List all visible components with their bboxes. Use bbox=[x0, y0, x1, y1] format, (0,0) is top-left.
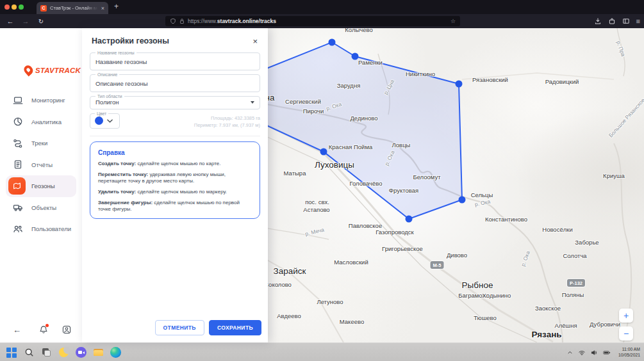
volume-icon[interactable] bbox=[590, 349, 598, 357]
help-item: Завершение фигуры: сделайте щелчок мышью… bbox=[98, 200, 252, 213]
sidebar-item-geozones[interactable]: Геозоны bbox=[6, 175, 76, 197]
profile-icon[interactable] bbox=[62, 325, 72, 335]
sidebar-item-reports[interactable]: Отчёты bbox=[0, 154, 82, 176]
perimeter-value: Периметр: 7.937 км, (7.937 м) bbox=[194, 122, 260, 129]
windows-taskbar: 11:00 AM 10/05/2021 bbox=[0, 342, 644, 361]
url-bar[interactable]: https://www.stavtrack.online/tracks ☆ bbox=[165, 16, 460, 26]
map-place-label: на bbox=[268, 93, 274, 102]
geozone-name-input[interactable] bbox=[90, 58, 260, 65]
geofence-layer bbox=[268, 28, 644, 342]
geozone-name-field[interactable]: Название геозоны bbox=[90, 51, 260, 70]
map-place-label: Макеево bbox=[340, 318, 364, 325]
geofence-vertex-marker[interactable] bbox=[406, 216, 413, 223]
map-place-label: Пирочи bbox=[303, 108, 324, 115]
map-place-label: Солотча bbox=[563, 252, 586, 259]
area-type-value: Полигон bbox=[95, 99, 251, 106]
sidebar-item-label: Аналитика bbox=[31, 118, 62, 125]
download-icon[interactable] bbox=[594, 17, 602, 25]
map-place-label: Новосёлки bbox=[542, 226, 572, 233]
new-tab-button[interactable]: + bbox=[114, 2, 119, 11]
geozone-description-input[interactable] bbox=[90, 80, 260, 87]
reload-icon[interactable]: ↻ bbox=[35, 14, 47, 28]
browser-tab[interactable]: С СтавТрэк - Онлайн мониторинг × bbox=[37, 2, 108, 14]
browser-toolbar: ← → ↻ https://www.stavtrack.online/track… bbox=[0, 14, 644, 28]
map-place-label: Поляны bbox=[562, 291, 584, 298]
area-type-select[interactable]: Тип области Полигон bbox=[90, 94, 260, 109]
url-text: stavtrack.online/tracks bbox=[217, 18, 276, 24]
taskbar-clock[interactable]: 11:00 AM 10/05/2021 bbox=[618, 347, 640, 358]
extensions-icon[interactable] bbox=[608, 17, 616, 25]
task-view-icon[interactable] bbox=[41, 347, 52, 358]
save-button[interactable]: СОХРАНИТЬ bbox=[209, 320, 261, 335]
help-list: Создать точку: сделайте щелчок мышью по … bbox=[98, 161, 252, 213]
map-place-label: Радовицкий bbox=[545, 78, 579, 85]
geofence-vertex-marker[interactable] bbox=[329, 39, 336, 46]
moon-app-icon[interactable] bbox=[58, 347, 69, 358]
geozone-color-swatch[interactable] bbox=[95, 116, 103, 125]
start-icon[interactable] bbox=[6, 347, 17, 358]
forward-icon[interactable]: → bbox=[19, 14, 32, 28]
map-place-label: Сергиевский bbox=[285, 98, 321, 105]
map-place-label: пос. свх. bbox=[305, 198, 329, 205]
battery-icon[interactable] bbox=[602, 349, 611, 357]
chevron-up-icon[interactable] bbox=[566, 349, 574, 356]
panel-title: Настройки геозоны bbox=[92, 36, 169, 45]
geozones-icon bbox=[8, 177, 26, 195]
edge-icon[interactable] bbox=[110, 347, 121, 358]
close-window-button[interactable] bbox=[4, 4, 10, 10]
sidebar-item-tracks[interactable]: Треки bbox=[0, 132, 82, 154]
map-place-label: Матыра bbox=[284, 170, 306, 177]
map-place-label: Белоомут bbox=[413, 173, 440, 180]
app-sidebar: STAVTRACK МониторингАналитикаТрекиОтчёты… bbox=[0, 28, 82, 342]
sidebar-item-users[interactable]: Пользователи bbox=[0, 218, 82, 240]
back-icon[interactable]: ← bbox=[4, 14, 17, 28]
map-zoom-out-button[interactable]: − bbox=[619, 326, 633, 341]
geozone-description-label: Описание bbox=[95, 72, 119, 77]
notification-dot bbox=[45, 324, 49, 327]
tab-close-icon[interactable]: × bbox=[101, 5, 104, 12]
maximize-window-button[interactable] bbox=[19, 4, 24, 10]
tab-title: СтавТрэк - Онлайн мониторинг bbox=[50, 5, 99, 11]
color-picker[interactable]: Цвет bbox=[90, 111, 120, 129]
geofence-vertex-marker[interactable] bbox=[459, 197, 466, 204]
map-zoom-in-button[interactable]: + bbox=[619, 309, 633, 323]
sidebar-item-objects[interactable]: Объекты bbox=[0, 197, 82, 219]
map-canvas[interactable]: КолычевонаРаменкиНикиткиноРязановскийРад… bbox=[268, 28, 644, 342]
geofence-vertex-marker[interactable] bbox=[352, 53, 359, 60]
map-place-label: Головачёво bbox=[350, 180, 383, 187]
road-badge: Р-132 bbox=[567, 279, 585, 287]
tray-time: 11:00 AM bbox=[618, 347, 640, 353]
map-place-label: Дивово bbox=[447, 252, 467, 259]
tab-favicon: С bbox=[40, 5, 47, 12]
bookmark-star-icon[interactable]: ☆ bbox=[450, 18, 456, 24]
sidebar-item-analytics[interactable]: Аналитика bbox=[0, 111, 82, 133]
close-icon[interactable]: × bbox=[252, 37, 258, 45]
geofence-polygon[interactable] bbox=[268, 42, 462, 219]
geozone-description-field[interactable]: Описание bbox=[90, 72, 260, 92]
file-explorer-icon[interactable] bbox=[93, 347, 104, 358]
sidebar-toggle-icon[interactable] bbox=[622, 17, 630, 25]
cancel-button[interactable]: ОТМЕНИТЬ bbox=[155, 320, 204, 335]
area-value: Площадь: 432.3385 га bbox=[194, 115, 260, 122]
users-icon bbox=[12, 223, 24, 235]
search-icon[interactable] bbox=[24, 347, 35, 358]
notifications-bell-icon[interactable] bbox=[38, 325, 49, 335]
chevron-down-icon[interactable] bbox=[107, 119, 113, 123]
collapse-sidebar-icon[interactable]: ← bbox=[13, 325, 21, 335]
help-box: Справка Создать точку: сделайте щелчок м… bbox=[90, 141, 260, 219]
minimize-window-button[interactable] bbox=[12, 4, 17, 10]
video-app-icon[interactable] bbox=[76, 347, 87, 358]
sidebar-item-monitoring[interactable]: Мониторинг bbox=[0, 90, 82, 111]
wifi-icon[interactable] bbox=[578, 349, 586, 357]
flame-icon bbox=[22, 64, 35, 77]
map-place-label: Дубровичи bbox=[590, 321, 620, 328]
color-label: Цвет bbox=[95, 111, 108, 116]
geozone-settings-panel: Настройки геозоны × Название геозоны Опи… bbox=[82, 28, 268, 342]
sidebar-item-label: Пользователи bbox=[31, 225, 71, 232]
analytics-icon bbox=[12, 116, 24, 127]
geofence-vertex-marker[interactable] bbox=[456, 81, 463, 88]
map-place-label: Астапово bbox=[303, 206, 329, 213]
browser-menu-icon[interactable]: ≡ bbox=[636, 17, 640, 25]
map-place-label: Алёшня bbox=[554, 322, 577, 329]
geofence-vertex-marker[interactable] bbox=[320, 148, 327, 156]
